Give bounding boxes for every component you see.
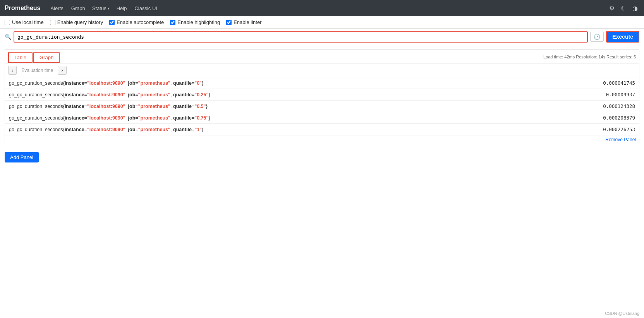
table-row: go_gc_duration_seconds{instance="localho… [5,112,639,124]
add-panel-area: Add Panel [0,148,644,166]
label-key: quantile [173,115,192,121]
tab-table[interactable]: Table [8,52,33,63]
value-cell: 0.000124328 [538,101,639,112]
panel: Table Graph Load time: 42ms Resolution: … [5,49,639,144]
enable-autocomplete-label: Enable autocomplete [117,19,164,25]
enable-query-history-label: Enable query history [57,19,103,25]
enable-linter-checkbox[interactable]: Enable linter [226,19,261,25]
enable-autocomplete-input[interactable] [109,20,115,25]
metric-name: go_gc_duration_seconds [9,104,63,109]
nav-alerts[interactable]: Alerts [50,4,64,13]
add-panel-button[interactable]: Add Panel [5,152,39,162]
tab-bar: Table Graph Load time: 42ms Resolution: … [5,50,639,63]
metric-name: go_gc_duration_seconds [9,127,63,132]
label-val: "prometheus" [138,115,170,121]
metric-cell: go_gc_duration_seconds{instance="localho… [5,124,538,135]
tab-graph[interactable]: Graph [33,52,60,63]
metric-cell: go_gc_duration_seconds{instance="localho… [5,89,538,101]
label-val: "prometheus" [138,80,170,86]
metric-name: go_gc_duration_seconds [9,92,63,97]
topbar: Use local time Enable query history Enab… [0,16,644,29]
label-key: job [128,115,136,121]
nav-graph[interactable]: Graph [70,4,86,13]
enable-query-history-checkbox[interactable]: Enable query history [50,19,103,25]
label-key: instance [65,92,84,97]
label-key: instance [65,115,84,121]
use-local-time-input[interactable] [5,20,10,25]
enable-linter-input[interactable] [226,20,232,25]
app-brand: Prometheus [5,5,40,12]
label-val: "1" [194,127,202,132]
metric-cell: go_gc_duration_seconds{instance="localho… [5,112,538,124]
label-key: instance [65,80,84,86]
remove-panel-row: Remove Panel [5,135,639,144]
use-local-time-label: Use local time [12,19,44,25]
chevron-down-icon: ▾ [108,6,110,10]
label-val: "prometheus" [138,127,170,132]
navbar: Prometheus Alerts Graph Status ▾ Help Cl… [0,0,644,16]
navbar-right: ⚙ ☾ ◑ [608,3,639,14]
label-key: quantile [173,92,192,97]
label-key: job [128,80,136,86]
label-val: "localhost:9090" [87,115,125,121]
table-row: go_gc_duration_seconds{instance="localho… [5,89,639,101]
enable-highlighting-input[interactable] [170,20,175,25]
label-val: "0.25" [194,92,208,97]
enable-highlighting-checkbox[interactable]: Enable highlighting [170,19,220,25]
label-val: "localhost:9090" [87,92,125,97]
table-row: go_gc_duration_seconds{instance="localho… [5,101,639,112]
label-val: "prometheus" [138,104,170,109]
label-key: instance [65,127,84,132]
value-cell: 0.000226253 [538,124,639,135]
metric-cell: go_gc_duration_seconds{instance="localho… [5,101,538,112]
label-val: "localhost:9090" [87,104,125,109]
tab-meta: Load time: 42ms Resolution: 14s Result s… [543,55,636,61]
moon-icon[interactable]: ☾ [619,3,628,14]
enable-linter-label: Enable linter [234,19,261,25]
data-table: go_gc_duration_seconds{instance="localho… [5,77,639,135]
execute-button[interactable]: Execute [606,31,639,43]
eval-row: ‹ Evaluation time › [5,63,639,77]
enable-highlighting-label: Enable highlighting [177,19,220,25]
eval-prev-button[interactable]: ‹ [8,66,17,75]
label-val: "localhost:9090" [87,127,125,132]
metric-cell: go_gc_duration_seconds{instance="localho… [5,77,538,89]
value-cell: 0.00009937 [538,89,639,101]
metric-name: go_gc_duration_seconds [9,115,63,121]
label-val: "0" [194,80,202,86]
clock-icon[interactable]: 🕐 [590,32,604,42]
label-key: instance [65,104,84,109]
label-key: job [128,92,136,97]
nav-help[interactable]: Help [116,4,128,13]
label-val: "prometheus" [138,92,170,97]
label-val: "0.5" [194,104,206,109]
nav-classic-ui[interactable]: Classic UI [134,4,158,13]
eval-next-button[interactable]: › [58,66,66,75]
nav-status-dropdown[interactable]: Status ▾ [92,5,110,11]
eval-time-label: Evaluation time [19,68,55,73]
table-row: go_gc_duration_seconds{instance="localho… [5,77,639,89]
label-val: "0.75" [194,115,208,121]
table-row: go_gc_duration_seconds{instance="localho… [5,124,639,135]
enable-query-history-input[interactable] [50,20,55,25]
settings-icon[interactable]: ⚙ [608,3,616,14]
use-local-time-checkbox[interactable]: Use local time [5,19,44,25]
search-icon: 🔍 [5,34,11,40]
remove-panel-link[interactable]: Remove Panel [605,137,636,142]
label-key: job [128,127,136,132]
enable-autocomplete-checkbox[interactable]: Enable autocomplete [109,19,164,25]
label-key: quantile [173,104,192,109]
value-cell: 0.000041745 [538,77,639,89]
metric-name: go_gc_duration_seconds [9,80,63,86]
search-input[interactable] [14,31,588,43]
label-val: "localhost:9090" [87,80,125,86]
search-bar: 🔍 🕐 Execute [0,29,644,45]
value-cell: 0.000208379 [538,112,639,124]
label-key: job [128,104,136,109]
label-key: quantile [173,127,192,132]
theme-icon[interactable]: ◑ [631,3,639,14]
label-key: quantile [173,80,192,86]
nav-status-label: Status [92,5,106,11]
